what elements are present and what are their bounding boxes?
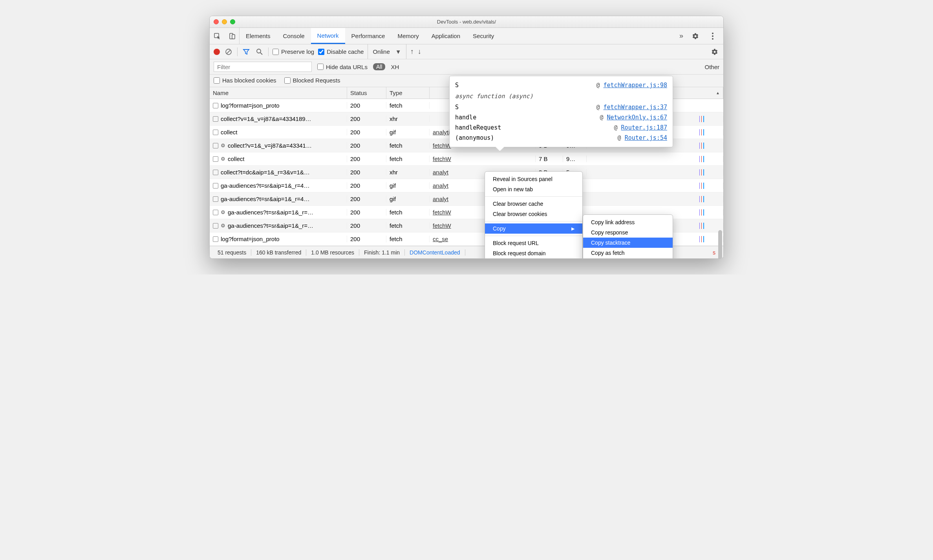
- col-name[interactable]: Name: [210, 87, 347, 99]
- request-type: fetch: [386, 142, 430, 149]
- request-status: 200: [347, 236, 386, 242]
- disable-cache-input[interactable]: [318, 49, 324, 55]
- stack-frame: handle@ NetworkOnly.js:67: [455, 112, 667, 123]
- request-status: 200: [347, 182, 386, 189]
- request-status: 200: [347, 209, 386, 216]
- file-icon: [213, 210, 218, 215]
- menu-item[interactable]: Block request domain: [485, 248, 582, 258]
- submenu-item[interactable]: Copy response: [583, 227, 673, 238]
- table-row[interactable]: collect?t=dc&aip=1&_r=3&v=1&…200xhranaly…: [210, 166, 723, 179]
- service-worker-gear-icon: ⚙: [221, 209, 225, 215]
- service-worker-gear-icon: ⚙: [221, 156, 225, 162]
- menu-item[interactable]: Reveal in Sources panel: [485, 174, 582, 184]
- throttling-value: Online: [373, 48, 390, 55]
- inspect-element-icon[interactable]: [210, 28, 225, 44]
- stack-source-link[interactable]: fetchWrapper.js:98: [603, 82, 667, 89]
- request-initiator[interactable]: fetchW: [430, 156, 536, 162]
- stack-source-link[interactable]: fetchWrapper.js:37: [603, 104, 667, 111]
- filter-type-all[interactable]: All: [373, 63, 386, 70]
- request-status: 200: [347, 156, 386, 162]
- menu-item[interactable]: Copy▶: [485, 223, 582, 234]
- submenu-item[interactable]: Copy as fetch: [583, 248, 673, 258]
- menu-item[interactable]: Open in new tab: [485, 184, 582, 194]
- network-settings-icon[interactable]: [710, 47, 719, 57]
- menu-item[interactable]: Block request URL: [485, 238, 582, 248]
- stack-source-link[interactable]: NetworkOnly.js:67: [607, 114, 667, 121]
- has-blocked-cookies-checkbox[interactable]: Has blocked cookies: [214, 77, 276, 84]
- svg-point-3: [712, 33, 713, 34]
- filter-input[interactable]: [214, 62, 312, 72]
- stack-fn: handle: [455, 114, 476, 121]
- tab-security[interactable]: Security: [466, 28, 500, 44]
- request-status: 200: [347, 129, 386, 135]
- col-type[interactable]: Type: [386, 87, 430, 99]
- menu-item[interactable]: Clear browser cache: [485, 199, 582, 209]
- request-status: 200: [347, 196, 386, 202]
- more-tabs-icon[interactable]: »: [677, 32, 686, 40]
- submenu-item[interactable]: Copy stacktrace: [583, 238, 673, 248]
- stack-frame: S@ fetchWrapper.js:98: [455, 80, 667, 90]
- preserve-log-checkbox[interactable]: Preserve log: [273, 48, 314, 55]
- stack-at: @: [614, 124, 621, 131]
- kebab-menu-icon[interactable]: [705, 33, 720, 40]
- stack-frame: handleRequest@ Router.js:187: [455, 123, 667, 133]
- filter-type-xhr[interactable]: XH: [391, 64, 399, 70]
- svg-point-4: [712, 35, 713, 37]
- col-status[interactable]: Status: [347, 87, 386, 99]
- request-type: fetch: [386, 156, 430, 162]
- tab-elements[interactable]: Elements: [240, 28, 277, 44]
- device-toolbar-icon[interactable]: [225, 28, 240, 44]
- menu-item[interactable]: Clear browser cookies: [485, 209, 582, 219]
- preserve-log-input[interactable]: [273, 49, 279, 55]
- file-icon: [213, 116, 218, 122]
- blocked-requests-input[interactable]: [284, 77, 291, 84]
- settings-icon[interactable]: [688, 33, 703, 40]
- table-row[interactable]: ga-audiences?t=sr&aip=1&_r=4…200gifanaly…: [210, 179, 723, 192]
- submenu-item[interactable]: Copy as Node.js fetch: [583, 258, 673, 259]
- scrollbar-thumb[interactable]: [718, 230, 722, 259]
- status-requests: 51 requests: [213, 249, 251, 256]
- stack-source-link[interactable]: Router.js:187: [621, 124, 667, 131]
- request-waterfall: [587, 183, 723, 189]
- record-button[interactable]: [214, 49, 220, 55]
- filter-type-other[interactable]: Other: [704, 64, 719, 70]
- file-icon: [213, 130, 218, 135]
- tab-application[interactable]: Application: [425, 28, 466, 44]
- file-icon: [213, 143, 218, 148]
- blocked-requests-checkbox[interactable]: Blocked Requests: [284, 77, 340, 84]
- disable-cache-checkbox[interactable]: Disable cache: [318, 48, 364, 55]
- hide-data-urls-checkbox[interactable]: Hide data URLs: [317, 64, 368, 70]
- request-type: gif: [386, 182, 430, 189]
- stack-fn: (anonymous): [455, 134, 494, 141]
- table-row[interactable]: ⚙collect200fetchfetchW7 B9…: [210, 152, 723, 166]
- request-type: gif: [386, 129, 430, 135]
- svg-line-9: [260, 53, 262, 55]
- file-icon: [213, 103, 218, 108]
- status-transferred: 160 kB transferred: [251, 249, 306, 256]
- submenu-item[interactable]: Copy link address: [583, 217, 673, 227]
- panel-tabs: ElementsConsoleNetworkPerformanceMemoryA…: [240, 28, 677, 44]
- file-icon: [213, 223, 218, 229]
- status-resources: 1.0 MB resources: [306, 249, 359, 256]
- hide-data-urls-input[interactable]: [317, 64, 324, 70]
- download-har-icon[interactable]: ↓: [418, 48, 421, 56]
- tab-console[interactable]: Console: [277, 28, 311, 44]
- throttling-select[interactable]: Online ▼: [368, 44, 406, 59]
- has-blocked-cookies-input[interactable]: [214, 77, 220, 84]
- svg-point-5: [712, 38, 713, 40]
- tab-network[interactable]: Network: [311, 28, 345, 44]
- menu-item-label: Copy: [493, 225, 506, 232]
- search-icon[interactable]: [255, 47, 264, 57]
- request-type: gif: [386, 196, 430, 202]
- initiator-stack-tooltip: S@ fetchWrapper.js:98 async function (as…: [449, 76, 673, 147]
- clear-log-icon[interactable]: [224, 47, 233, 57]
- tab-memory[interactable]: Memory: [391, 28, 425, 44]
- upload-har-icon[interactable]: ↑: [410, 48, 414, 56]
- stack-source-link[interactable]: Router.js:54: [625, 134, 667, 141]
- preserve-log-label: Preserve log: [281, 48, 314, 55]
- disable-cache-label: Disable cache: [327, 48, 364, 55]
- tab-performance[interactable]: Performance: [345, 28, 391, 44]
- request-waterfall: [587, 196, 723, 202]
- table-row[interactable]: ga-audiences?t=sr&aip=1&_r=4…200gifanaly…: [210, 192, 723, 206]
- filter-toggle-icon[interactable]: [241, 47, 251, 57]
